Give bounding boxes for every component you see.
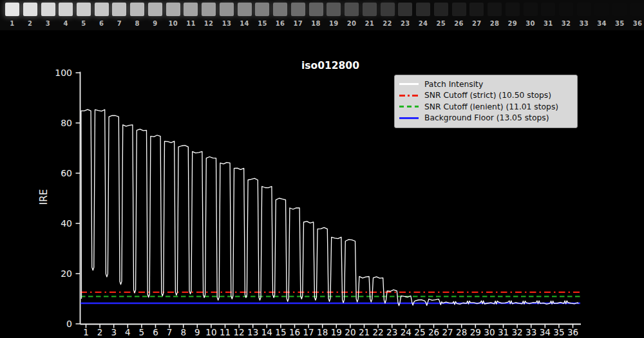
x-tick-label: 21 xyxy=(359,327,370,337)
x-tick-label: 17 xyxy=(303,327,314,337)
patch-intensity-line xyxy=(81,109,578,306)
y-tick-label: 40 xyxy=(61,218,72,229)
x-tick-label: 9 xyxy=(194,327,200,337)
x-tick-label: 10 xyxy=(205,327,216,337)
y-tick-label: 80 xyxy=(61,118,72,128)
x-tick-label: 8 xyxy=(180,327,186,337)
x-tick-label: 2 xyxy=(97,327,103,337)
legend-item: SNR Cutoff (strict) (10.50 stops) xyxy=(399,90,572,102)
x-tick-label: 30 xyxy=(484,327,495,337)
legend-item: Background Floor (13.05 stops) xyxy=(399,113,572,124)
x-tick-label: 12 xyxy=(234,327,245,337)
y-axis-label: IRE xyxy=(38,178,51,216)
x-tick-label: 24 xyxy=(401,327,412,337)
x-tick-label: 11 xyxy=(220,327,231,337)
x-tick-label: 34 xyxy=(540,327,551,337)
legend-line-sample xyxy=(399,117,419,119)
x-tick-label: 36 xyxy=(567,327,578,337)
x-tick-label: 29 xyxy=(470,327,481,337)
legend-label: SNR Cutoff (strict) (10.50 stops) xyxy=(424,91,551,100)
x-tick-label: 33 xyxy=(526,327,536,337)
legend-line-sample xyxy=(399,83,419,85)
x-tick-label: 3 xyxy=(111,327,117,337)
x-tick-label: 19 xyxy=(331,327,342,337)
x-tick-label: 4 xyxy=(125,327,131,337)
x-tick-label: 28 xyxy=(456,327,467,337)
legend-line-sample xyxy=(399,106,419,108)
legend-item: SNR Cutoff (lenient) (11.01 stops) xyxy=(399,101,572,113)
screenshot-root: { "window": { "background": "#000000" },… xyxy=(0,0,644,338)
legend: Patch IntensitySNR Cutoff (strict) (10.5… xyxy=(394,75,578,128)
x-tick-label: 31 xyxy=(498,327,509,337)
x-tick-label: 15 xyxy=(275,327,286,337)
x-tick-label: 27 xyxy=(442,327,453,337)
legend-label: Patch Intensity xyxy=(424,80,483,89)
x-tick-label: 32 xyxy=(512,327,523,337)
legend-line-sample xyxy=(399,95,419,97)
legend-label: Background Floor (13.05 stops) xyxy=(424,113,549,122)
x-tick-label: 20 xyxy=(345,327,355,337)
y-tick-label: 100 xyxy=(55,68,72,78)
y-tick-label: 20 xyxy=(61,268,72,279)
x-tick-label: 6 xyxy=(153,327,158,337)
x-tick-label: 1 xyxy=(83,327,89,337)
legend-item: Patch Intensity xyxy=(399,79,572,90)
x-tick-label: 18 xyxy=(317,327,328,337)
x-tick-label: 13 xyxy=(247,327,258,337)
x-tick-label: 35 xyxy=(553,327,564,337)
x-tick-label: 23 xyxy=(386,327,397,337)
x-tick-label: 25 xyxy=(414,327,425,337)
y-tick-label: 60 xyxy=(61,168,72,178)
x-tick-label: 5 xyxy=(139,327,145,337)
x-tick-label: 14 xyxy=(261,327,272,337)
x-tick-label: 26 xyxy=(428,327,439,337)
x-tick-label: 22 xyxy=(373,327,384,337)
y-tick-label: 0 xyxy=(66,319,72,329)
x-tick-label: 16 xyxy=(289,327,300,337)
legend-label: SNR Cutoff (lenient) (11.01 stops) xyxy=(424,102,558,111)
x-tick-label: 7 xyxy=(167,327,173,337)
plot-title: iso012800 xyxy=(266,60,395,71)
waveform-plot: 0204060801001234567891011121314151617181… xyxy=(0,0,644,338)
